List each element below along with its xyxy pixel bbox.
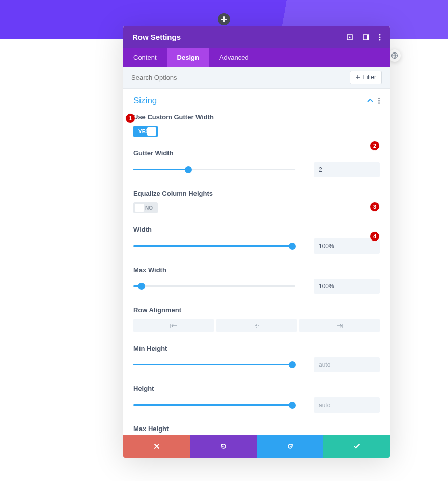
slider-thumb[interactable] [289,243,296,250]
panel-body: Sizing Use Custom Gutter Width YES Gutte… [123,89,390,435]
modal-title: Row Settings [132,33,181,41]
svg-point-7 [379,39,381,40]
row-settings-modal: Row Settings Content Design Advanced Fil… [123,26,390,458]
input-height[interactable] [314,397,380,413]
svg-point-9 [378,100,380,102]
svg-point-10 [378,102,380,104]
section-header[interactable]: Sizing [133,96,380,106]
label-custom-gutter: Use Custom Gutter Width [133,113,380,121]
field-max-width: Max Width [133,266,380,294]
field-min-height: Min Height [133,344,380,372]
svg-point-8 [378,98,380,99]
input-max-width[interactable] [314,279,380,294]
annotation-badge-1: 1 [125,113,135,123]
align-right-icon [336,323,343,328]
help-badge[interactable] [388,49,401,62]
sizing-section: Sizing Use Custom Gutter Width YES Gutte… [123,89,390,435]
field-row-alignment: Row Alignment [133,306,380,332]
undo-button[interactable] [190,435,257,458]
field-equalize: Equalize Column Heights NO [133,190,380,213]
add-section-button[interactable] [218,13,230,25]
plus-icon [221,16,227,22]
align-left-button[interactable] [133,319,214,332]
toggle-knob [135,204,144,212]
label-min-height: Min Height [133,344,380,352]
modal-header: Row Settings [123,26,390,48]
check-icon [353,444,360,449]
field-max-height: Max Height [133,425,380,435]
align-right-button[interactable] [299,319,380,332]
svg-point-2 [349,36,351,38]
globe-icon [391,52,398,59]
label-gutter-width: Gutter Width [133,149,380,157]
row-alignment-group [133,319,380,332]
label-max-width: Max Width [133,266,380,274]
toggle-custom-gutter[interactable]: YES [133,126,158,137]
field-height: Height [133,385,380,413]
field-width: Width [133,226,380,254]
align-center-button[interactable] [216,319,297,332]
kebab-menu-icon[interactable] [379,34,381,41]
snap-right-icon[interactable] [362,34,370,41]
input-width[interactable] [314,238,380,254]
slider-thumb[interactable] [289,402,296,409]
modal-footer [123,435,390,458]
slider-thumb[interactable] [185,166,192,173]
slider-width[interactable] [133,243,295,250]
save-button[interactable] [323,435,390,458]
svg-rect-4 [367,35,369,40]
tab-bar: Content Design Advanced [123,48,390,67]
search-input[interactable] [131,74,350,82]
filter-label: Filter [362,74,376,81]
tab-content[interactable]: Content [123,48,167,67]
align-left-icon [170,323,177,328]
tab-advanced[interactable]: Advanced [209,48,259,67]
section-title: Sizing [133,96,157,106]
slider-gutter-width[interactable] [133,166,295,173]
label-row-alignment: Row Alignment [133,306,380,314]
filter-button[interactable]: Filter [350,71,382,84]
annotation-badge-3: 3 [370,202,380,212]
field-custom-gutter: Use Custom Gutter Width YES [133,113,380,137]
redo-button[interactable] [257,435,323,458]
fullscreen-icon[interactable] [346,34,353,41]
toggle-equalize[interactable]: NO [133,202,158,213]
section-header-icons [367,98,380,104]
slider-thumb[interactable] [138,283,145,290]
label-height: Height [133,385,380,392]
cancel-button[interactable] [123,435,190,458]
search-row: Filter [123,67,390,89]
slider-max-width[interactable] [133,283,295,290]
header-actions [346,34,381,41]
plus-icon [355,75,360,80]
toggle-knob [147,127,156,136]
label-max-height: Max Height [133,425,380,433]
annotation-badge-2: 2 [370,141,380,151]
annotation-badge-4: 4 [370,231,380,242]
field-gutter-width: Gutter Width [133,149,380,177]
align-center-icon [253,323,260,328]
redo-icon [287,443,294,450]
svg-point-5 [379,34,381,35]
chevron-up-icon[interactable] [367,99,373,103]
tab-design[interactable]: Design [167,48,209,67]
label-equalize: Equalize Column Heights [133,190,380,197]
undo-icon [220,443,227,450]
slider-thumb[interactable] [289,361,296,368]
kebab-menu-icon[interactable] [378,98,380,104]
input-gutter-width[interactable] [314,162,380,177]
label-width: Width [133,226,380,233]
svg-point-6 [379,36,381,38]
slider-min-height[interactable] [133,361,295,368]
input-min-height[interactable] [314,357,380,372]
close-icon [154,443,160,449]
slider-height[interactable] [133,402,295,409]
